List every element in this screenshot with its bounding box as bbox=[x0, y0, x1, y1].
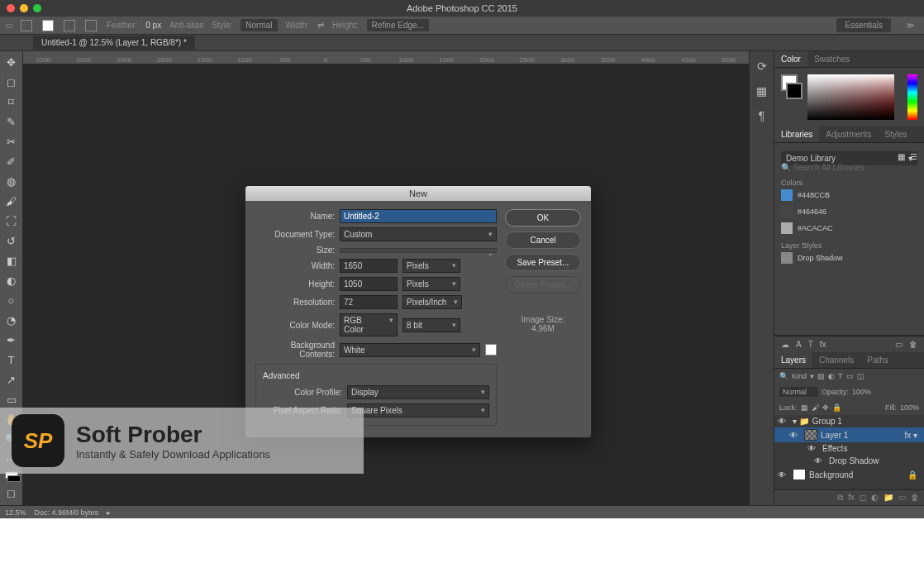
lib-fx-icon[interactable]: fx bbox=[820, 340, 826, 349]
stamp-tool-icon[interactable]: ⛶ bbox=[3, 213, 20, 230]
shape-tool-icon[interactable]: ▭ bbox=[3, 392, 20, 408]
visibility-icon[interactable]: 👁 bbox=[778, 470, 789, 480]
color-field[interactable] bbox=[807, 74, 894, 120]
styles-tab[interactable]: Styles bbox=[878, 126, 913, 142]
height-unit-dropdown[interactable]: Pixels bbox=[402, 277, 460, 291]
color-depth-dropdown[interactable]: 8 bit bbox=[402, 318, 460, 332]
document-tab[interactable]: Untitled-1 @ 12.5% (Layer 1, RGB/8*) * bbox=[33, 36, 195, 50]
resolution-input[interactable] bbox=[340, 295, 398, 309]
layers-tab[interactable]: Layers bbox=[774, 352, 812, 368]
new-layer-icon[interactable]: ▭ bbox=[898, 493, 906, 503]
lib-upload-icon[interactable]: ☁ bbox=[781, 340, 789, 349]
layer-mask-icon[interactable]: ◻ bbox=[860, 493, 866, 503]
paths-tab[interactable]: Paths bbox=[860, 352, 895, 368]
visibility-icon[interactable]: 👁 bbox=[814, 456, 826, 465]
background-color-icon[interactable] bbox=[7, 475, 21, 483]
lasso-tool-icon[interactable]: ⌑ bbox=[3, 94, 20, 111]
color-item[interactable]: #448CCB bbox=[781, 187, 917, 203]
swatches-tab[interactable]: Swatches bbox=[807, 51, 856, 67]
library-search[interactable]: 🔍 Search All Libraries bbox=[781, 161, 917, 174]
color-profile-dropdown[interactable]: Display bbox=[347, 385, 489, 399]
color-item[interactable]: #ACACAC bbox=[781, 220, 917, 236]
layer-background[interactable]: 👁Background🔒 bbox=[774, 467, 924, 482]
color-mode-dropdown[interactable]: RGB Color bbox=[340, 313, 398, 336]
lock-position-icon[interactable]: ✥ bbox=[822, 403, 829, 412]
filter-type-icon[interactable]: T bbox=[838, 372, 843, 380]
history-tool-icon[interactable]: ↺ bbox=[3, 233, 20, 250]
feather-value[interactable]: 0 px bbox=[145, 21, 161, 30]
name-input[interactable] bbox=[340, 209, 497, 223]
background-swatch[interactable] bbox=[786, 83, 803, 99]
refine-edge-button[interactable]: Refine Edge... bbox=[367, 19, 429, 31]
lock-all-icon[interactable]: 🔒 bbox=[832, 403, 841, 412]
pen-tool-icon[interactable]: ✒ bbox=[3, 332, 20, 349]
link-layers-icon[interactable]: ⧉ bbox=[837, 493, 843, 503]
character-panel-icon[interactable]: ¶ bbox=[755, 109, 769, 124]
bg-contents-dropdown[interactable]: White bbox=[340, 343, 480, 357]
adjustments-tab[interactable]: Adjustments bbox=[819, 126, 878, 142]
hue-slider[interactable] bbox=[907, 74, 917, 120]
size-dropdown[interactable] bbox=[340, 248, 497, 253]
antialias-checkbox[interactable]: Anti-alias bbox=[169, 21, 203, 30]
color-tab[interactable]: Color bbox=[774, 51, 807, 67]
cancel-button[interactable]: Cancel bbox=[505, 231, 581, 249]
workspace-switcher[interactable]: Essentials bbox=[836, 18, 891, 32]
blend-mode-dropdown[interactable]: Normal bbox=[779, 387, 818, 397]
crop-tool-icon[interactable]: ✂ bbox=[3, 134, 20, 150]
lock-image-icon[interactable]: 🖌 bbox=[812, 403, 819, 412]
filter-kind[interactable]: Kind bbox=[792, 372, 807, 380]
minimize-window-button[interactable] bbox=[20, 4, 28, 12]
healing-tool-icon[interactable]: ◍ bbox=[3, 174, 20, 190]
swap-icon[interactable]: ⇄ bbox=[317, 21, 324, 30]
zoom-level[interactable]: 12.5% bbox=[5, 508, 26, 517]
marquee-tool-icon[interactable]: ◻ bbox=[3, 74, 20, 91]
lib-text-icon[interactable]: T bbox=[808, 340, 813, 349]
layer-fx-icon[interactable]: fx bbox=[848, 493, 855, 503]
delete-layer-icon[interactable]: 🗑 bbox=[911, 493, 919, 503]
width-unit-dropdown[interactable]: Pixels bbox=[402, 259, 460, 273]
width-input[interactable] bbox=[340, 259, 398, 273]
ok-button[interactable]: OK bbox=[505, 209, 581, 227]
doc-type-dropdown[interactable]: Custom bbox=[340, 227, 497, 241]
save-preset-button[interactable]: Save Preset... bbox=[505, 254, 581, 271]
fill-value[interactable]: 100% bbox=[900, 403, 919, 412]
filter-shape-icon[interactable]: ▭ bbox=[846, 372, 854, 380]
layer-style-item[interactable]: Drop Shadow bbox=[781, 250, 917, 266]
close-window-button[interactable] bbox=[7, 4, 15, 12]
type-tool-icon[interactable]: T bbox=[3, 352, 20, 369]
doc-info[interactable]: Doc: 4.96M/0 bytes bbox=[35, 508, 99, 517]
selection-add-icon[interactable] bbox=[42, 20, 54, 31]
gradient-tool-icon[interactable]: ◐ bbox=[3, 273, 20, 289]
selection-intersect-icon[interactable] bbox=[85, 20, 97, 31]
library-list-icon[interactable]: ☰ bbox=[910, 152, 917, 161]
visibility-icon[interactable]: 👁 bbox=[789, 431, 801, 440]
resolution-unit-dropdown[interactable]: Pixels/Inch bbox=[402, 295, 462, 309]
blur-tool-icon[interactable]: ○ bbox=[3, 293, 20, 309]
lock-transparency-icon[interactable]: ▦ bbox=[801, 403, 808, 412]
filter-adjust-icon[interactable]: ◐ bbox=[828, 372, 835, 380]
properties-panel-icon[interactable]: ▦ bbox=[755, 84, 769, 99]
filter-smart-icon[interactable]: ◫ bbox=[857, 372, 864, 380]
bg-color-swatch[interactable] bbox=[485, 344, 497, 355]
layer-group-icon[interactable]: 📁 bbox=[884, 493, 893, 503]
selection-subtract-icon[interactable] bbox=[64, 20, 75, 31]
pixel-aspect-dropdown[interactable]: Square Pixels bbox=[347, 403, 489, 417]
move-tool-icon[interactable]: ✥ bbox=[3, 55, 20, 71]
lib-new-icon[interactable]: ▭ bbox=[895, 340, 903, 349]
lib-trash-icon[interactable]: 🗑 bbox=[909, 340, 917, 349]
dodge-tool-icon[interactable]: ◔ bbox=[3, 313, 20, 329]
selection-new-icon[interactable] bbox=[21, 20, 32, 31]
style-dropdown[interactable]: Normal bbox=[241, 19, 277, 31]
color-item[interactable]: #464646 bbox=[781, 203, 917, 220]
quick-select-tool-icon[interactable]: ✎ bbox=[3, 114, 20, 131]
eyedropper-tool-icon[interactable]: ✐ bbox=[3, 154, 20, 170]
adjustment-layer-icon[interactable]: ◐ bbox=[871, 493, 879, 503]
brush-tool-icon[interactable]: 🖌 bbox=[3, 193, 20, 210]
filter-image-icon[interactable]: ▧ bbox=[817, 372, 825, 380]
path-tool-icon[interactable]: ↗ bbox=[3, 372, 20, 389]
libraries-tab[interactable]: Libraries bbox=[774, 126, 819, 142]
opacity-value[interactable]: 100% bbox=[852, 388, 871, 396]
layer-effects[interactable]: 👁Effects bbox=[774, 442, 924, 455]
visibility-icon[interactable]: 👁 bbox=[778, 417, 789, 426]
library-grid-icon[interactable]: ▦ bbox=[898, 152, 905, 161]
